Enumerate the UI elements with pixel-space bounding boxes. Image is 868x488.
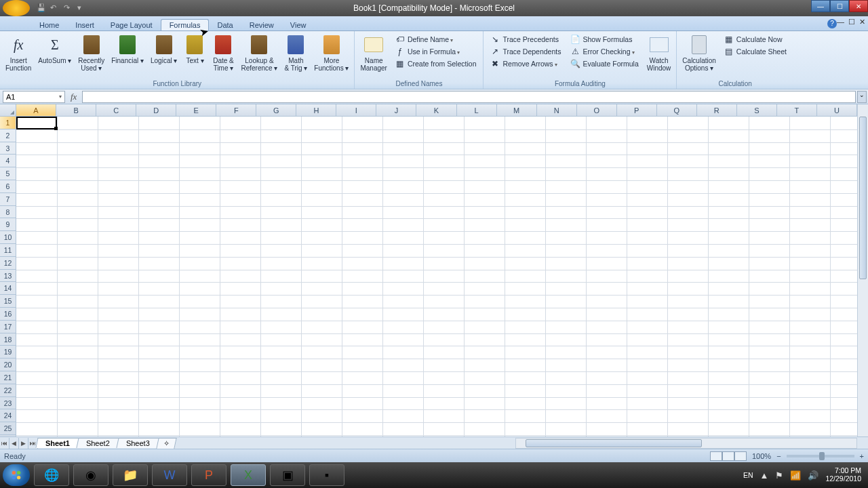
row-header[interactable]: 24 (0, 409, 16, 422)
save-icon[interactable]: 💾 (37, 3, 46, 13)
recently-used-button[interactable]: RecentlyUsed ▾ (75, 33, 107, 73)
column-header[interactable]: J (376, 104, 416, 116)
row-header[interactable]: 20 (0, 359, 16, 371)
column-header[interactable]: K (416, 104, 456, 116)
column-header[interactable]: O (577, 104, 617, 116)
remove-arrows-button[interactable]: ✖Remove Arrows (489, 58, 562, 69)
tray-network-icon[interactable]: 📶 (790, 470, 801, 481)
tray-volume-icon[interactable]: 🔊 (808, 470, 818, 481)
row-header[interactable]: 11 (0, 244, 16, 257)
row-header[interactable]: 17 (0, 321, 16, 333)
row-header[interactable]: 15 (0, 295, 16, 308)
zoom-in-icon[interactable]: + (860, 452, 864, 460)
tab-home[interactable]: Home (31, 20, 67, 30)
text-button[interactable]: Text ▾ (181, 33, 208, 66)
trace-dependents-button[interactable]: ↗Trace Dependents (489, 46, 562, 57)
tab-review[interactable]: Review (241, 20, 282, 30)
zoom-slider[interactable] (787, 455, 854, 458)
tray-up-icon[interactable]: ▲ (760, 470, 769, 481)
taskbar-app2-icon[interactable]: ▪ (309, 464, 344, 486)
taskbar-explorer-icon[interactable]: 📁 (113, 464, 148, 486)
column-header[interactable]: S (737, 104, 777, 116)
taskbar-ie-icon[interactable]: 🌐 (34, 464, 69, 486)
row-header[interactable]: 16 (0, 308, 16, 321)
row-header[interactable]: 9 (0, 218, 16, 231)
row-header[interactable]: 5 (0, 167, 16, 180)
minimize-button[interactable]: — (811, 0, 830, 12)
zoom-slider-knob[interactable] (819, 452, 825, 460)
column-header[interactable]: Q (657, 104, 697, 116)
name-box[interactable]: A1 (3, 91, 65, 103)
taskbar-chrome-icon[interactable]: ◉ (73, 464, 108, 486)
tab-data[interactable]: Data (209, 20, 241, 30)
column-header[interactable]: R (697, 104, 737, 116)
column-header[interactable]: C (96, 104, 136, 116)
row-header[interactable]: 12 (0, 257, 16, 270)
page-break-view-button[interactable] (734, 451, 747, 461)
row-header[interactable]: 23 (0, 397, 16, 410)
row-header[interactable]: 19 (0, 346, 16, 359)
sheet-nav-first-icon[interactable]: ⏮ (0, 438, 9, 449)
watch-window-button[interactable]: WatchWindow (644, 33, 674, 73)
trace-precedents-button[interactable]: ↘Trace Precedents (489, 34, 562, 45)
tab-view[interactable]: View (282, 20, 315, 30)
column-header[interactable]: P (617, 104, 657, 116)
row-header[interactable]: 7 (0, 193, 16, 206)
column-header[interactable]: A (16, 104, 56, 116)
sheet-tab-sheet2[interactable]: Sheet2 (76, 438, 119, 448)
cells-area[interactable] (16, 117, 857, 436)
column-header[interactable]: N (537, 104, 577, 116)
row-header[interactable]: 10 (0, 231, 16, 244)
ribbon-restore-icon[interactable]: ☐ (848, 18, 855, 26)
row-header[interactable]: 2 (0, 129, 16, 142)
column-header[interactable]: E (176, 104, 216, 116)
lookup-reference-button[interactable]: Lookup &Reference ▾ (238, 33, 280, 73)
logical-button[interactable]: Logical ▾ (148, 33, 180, 66)
row-header[interactable]: 3 (0, 142, 16, 155)
sheet-nav-next-icon[interactable]: ▶ (19, 438, 28, 449)
define-name-button[interactable]: 🏷Define Name (394, 34, 478, 45)
qat-customize-icon[interactable]: ▾ (77, 3, 87, 13)
active-cell-a1[interactable] (16, 117, 57, 129)
row-header[interactable]: 6 (0, 180, 16, 193)
vertical-scrollbar[interactable] (857, 104, 868, 436)
show-formulas-button[interactable]: 📄Show Formulas (569, 34, 639, 45)
taskbar-powerpoint-icon[interactable]: P (191, 464, 226, 486)
column-header[interactable]: G (256, 104, 296, 116)
taskbar-word-icon[interactable]: W (152, 464, 187, 486)
maximize-button[interactable]: ☐ (830, 0, 849, 12)
row-header[interactable]: 4 (0, 155, 16, 167)
column-header[interactable]: D (136, 104, 176, 116)
start-button[interactable] (3, 464, 30, 486)
calculate-sheet-button[interactable]: ▤Calculate Sheet (723, 46, 788, 57)
taskbar-app-icon[interactable]: ▣ (270, 464, 305, 486)
zoom-out-icon[interactable]: − (776, 452, 781, 460)
page-layout-view-button[interactable] (722, 451, 734, 461)
select-all-button[interactable] (0, 104, 16, 117)
math-trig-button[interactable]: Math& Trig ▾ (281, 33, 310, 73)
horizontal-scrollbar[interactable] (515, 438, 857, 449)
undo-icon[interactable]: ↶ (50, 3, 60, 13)
financial-button[interactable]: Financial ▾ (108, 33, 146, 66)
use-in-formula-button[interactable]: ƒUse in Formula (394, 46, 478, 57)
date-time-button[interactable]: Date &Time ▾ (210, 33, 237, 73)
close-button[interactable]: ✕ (849, 0, 868, 12)
sheet-nav-prev-icon[interactable]: ◀ (9, 438, 19, 449)
row-header[interactable]: 25 (0, 422, 16, 435)
error-checking-button[interactable]: ⚠Error Checking (569, 46, 639, 57)
normal-view-button[interactable] (710, 451, 722, 461)
formula-input[interactable] (82, 91, 856, 103)
sheet-tab-sheet1[interactable]: Sheet1 (35, 438, 79, 448)
sheet-tab-sheet3[interactable]: Sheet3 (116, 438, 159, 448)
column-header[interactable]: M (497, 104, 537, 116)
tab-insert[interactable]: Insert (67, 20, 102, 30)
column-header[interactable]: B (56, 104, 96, 116)
row-header[interactable]: 8 (0, 206, 16, 219)
evaluate-formula-button[interactable]: 🔍Evaluate Formula (569, 58, 639, 69)
expand-formula-bar-icon[interactable]: ⌄ (857, 91, 867, 103)
tab-formulas[interactable]: Formulas (161, 19, 210, 30)
zoom-level[interactable]: 100% (752, 452, 771, 460)
new-sheet-button[interactable]: ✧ (156, 438, 176, 449)
row-header[interactable]: 22 (0, 384, 16, 397)
autosum-button[interactable]: Σ AutoSum ▾ (35, 33, 74, 66)
